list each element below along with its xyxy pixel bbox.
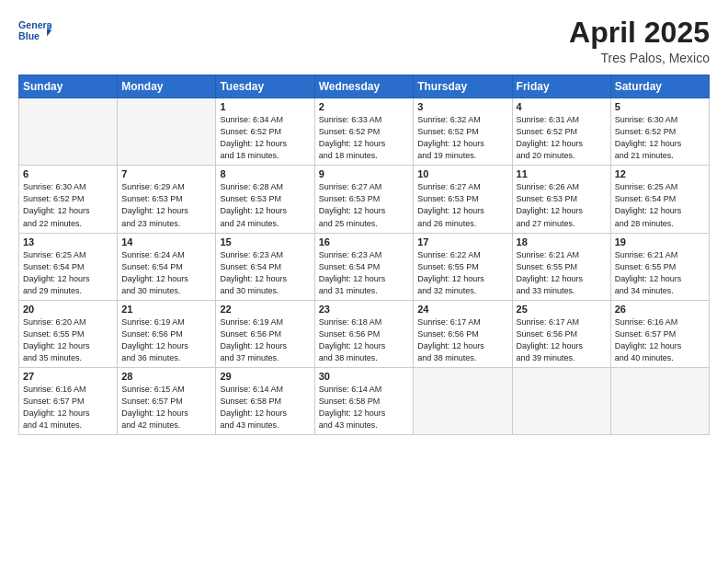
day-info: Sunrise: 6:30 AMSunset: 6:52 PMDaylight:… <box>615 114 705 162</box>
day-number: 9 <box>319 168 410 179</box>
sunset-text: Sunset: 6:54 PM <box>615 193 705 205</box>
sunrise-text: Sunrise: 6:22 AM <box>417 249 507 261</box>
day-number: 6 <box>23 168 113 179</box>
sunrise-text: Sunrise: 6:23 AM <box>220 249 310 261</box>
daylight-text: Daylight: 12 hours <box>220 205 310 217</box>
daylight-text-2: and 30 minutes. <box>121 285 211 297</box>
day-number: 17 <box>417 236 507 247</box>
daylight-text-2: and 40 minutes. <box>615 352 705 364</box>
day-info: Sunrise: 6:25 AMSunset: 6:54 PMDaylight:… <box>23 249 113 297</box>
sunset-text: Sunset: 6:52 PM <box>220 126 310 138</box>
daylight-text-2: and 34 minutes. <box>615 285 705 297</box>
day-number: 24 <box>417 304 507 315</box>
calendar-table: SundayMondayTuesdayWednesdayThursdayFrid… <box>18 75 710 435</box>
week-row-1: 1Sunrise: 6:34 AMSunset: 6:52 PMDaylight… <box>19 98 710 166</box>
daylight-text: Daylight: 12 hours <box>319 273 410 285</box>
title-block: April 2025 Tres Palos, Mexico <box>569 17 710 65</box>
day-number: 23 <box>319 304 410 315</box>
daylight-text-2: and 30 minutes. <box>220 285 310 297</box>
daylight-text-2: and 43 minutes. <box>319 419 410 431</box>
daylight-text: Daylight: 12 hours <box>417 273 507 285</box>
weekday-header-tuesday: Tuesday <box>216 75 314 98</box>
sunset-text: Sunset: 6:55 PM <box>23 328 113 340</box>
sunrise-text: Sunrise: 6:21 AM <box>517 249 607 261</box>
day-cell-23: 23Sunrise: 6:18 AMSunset: 6:56 PMDayligh… <box>314 300 414 367</box>
sunrise-text: Sunrise: 6:30 AM <box>23 181 113 193</box>
daylight-text-2: and 18 minutes. <box>220 150 310 162</box>
day-cell-21: 21Sunrise: 6:19 AMSunset: 6:56 PMDayligh… <box>118 300 216 367</box>
daylight-text-2: and 32 minutes. <box>417 285 507 297</box>
day-cell-29: 29Sunrise: 6:14 AMSunset: 6:58 PMDayligh… <box>216 367 314 434</box>
sunset-text: Sunset: 6:56 PM <box>319 328 410 340</box>
day-cell-15: 15Sunrise: 6:23 AMSunset: 6:54 PMDayligh… <box>216 233 314 300</box>
day-info: Sunrise: 6:30 AMSunset: 6:52 PMDaylight:… <box>23 181 113 229</box>
daylight-text: Daylight: 12 hours <box>319 408 410 419</box>
day-cell-24: 24Sunrise: 6:17 AMSunset: 6:56 PMDayligh… <box>414 300 512 367</box>
daylight-text: Daylight: 12 hours <box>517 340 607 352</box>
daylight-text: Daylight: 12 hours <box>121 408 211 419</box>
day-number: 25 <box>517 304 607 315</box>
calendar-location: Tres Palos, Mexico <box>569 51 710 65</box>
day-cell-30: 30Sunrise: 6:14 AMSunset: 6:58 PMDayligh… <box>314 367 414 434</box>
sunset-text: Sunset: 6:53 PM <box>517 193 607 205</box>
sunset-text: Sunset: 6:58 PM <box>220 396 310 408</box>
day-info: Sunrise: 6:21 AMSunset: 6:55 PMDaylight:… <box>517 249 607 297</box>
weekday-header-thursday: Thursday <box>414 75 512 98</box>
page: General Blue April 2025 Tres Palos, Mexi… <box>0 0 728 563</box>
day-cell-2: 2Sunrise: 6:33 AMSunset: 6:52 PMDaylight… <box>314 98 414 166</box>
day-number: 3 <box>417 101 507 112</box>
day-info: Sunrise: 6:22 AMSunset: 6:55 PMDaylight:… <box>417 249 507 297</box>
sunset-text: Sunset: 6:52 PM <box>417 126 507 138</box>
day-cell-25: 25Sunrise: 6:17 AMSunset: 6:56 PMDayligh… <box>512 300 610 367</box>
sunset-text: Sunset: 6:56 PM <box>220 328 310 340</box>
day-cell-10: 10Sunrise: 6:27 AMSunset: 6:53 PMDayligh… <box>414 166 512 233</box>
daylight-text-2: and 20 minutes. <box>517 150 607 162</box>
day-number: 26 <box>615 304 705 315</box>
day-info: Sunrise: 6:15 AMSunset: 6:57 PMDaylight:… <box>121 384 211 431</box>
sunrise-text: Sunrise: 6:33 AM <box>319 114 410 126</box>
day-cell-26: 26Sunrise: 6:16 AMSunset: 6:57 PMDayligh… <box>610 300 709 367</box>
week-row-5: 27Sunrise: 6:16 AMSunset: 6:57 PMDayligh… <box>19 367 710 434</box>
sunset-text: Sunset: 6:55 PM <box>517 261 607 273</box>
day-info: Sunrise: 6:19 AMSunset: 6:56 PMDaylight:… <box>121 316 211 364</box>
day-number: 1 <box>220 101 310 112</box>
daylight-text-2: and 21 minutes. <box>615 150 705 162</box>
day-number: 11 <box>517 168 607 179</box>
daylight-text: Daylight: 12 hours <box>517 138 607 150</box>
daylight-text: Daylight: 12 hours <box>615 273 705 285</box>
day-cell-7: 7Sunrise: 6:29 AMSunset: 6:53 PMDaylight… <box>118 166 216 233</box>
daylight-text-2: and 42 minutes. <box>121 419 211 431</box>
weekday-header-friday: Friday <box>512 75 610 98</box>
sunrise-text: Sunrise: 6:25 AM <box>23 249 113 261</box>
sunset-text: Sunset: 6:53 PM <box>417 193 507 205</box>
daylight-text-2: and 19 minutes. <box>417 150 507 162</box>
empty-cell <box>19 98 118 166</box>
day-info: Sunrise: 6:27 AMSunset: 6:53 PMDaylight:… <box>319 181 410 229</box>
sunset-text: Sunset: 6:54 PM <box>121 261 211 273</box>
daylight-text: Daylight: 12 hours <box>23 273 113 285</box>
day-info: Sunrise: 6:16 AMSunset: 6:57 PMDaylight:… <box>23 384 113 431</box>
day-cell-27: 27Sunrise: 6:16 AMSunset: 6:57 PMDayligh… <box>19 367 118 434</box>
day-cell-17: 17Sunrise: 6:22 AMSunset: 6:55 PMDayligh… <box>414 233 512 300</box>
day-number: 5 <box>615 101 705 112</box>
logo: General Blue <box>18 17 51 44</box>
daylight-text: Daylight: 12 hours <box>220 408 310 419</box>
day-info: Sunrise: 6:34 AMSunset: 6:52 PMDaylight:… <box>220 114 310 162</box>
sunset-text: Sunset: 6:57 PM <box>121 396 211 408</box>
weekday-header-monday: Monday <box>118 75 216 98</box>
day-info: Sunrise: 6:18 AMSunset: 6:56 PMDaylight:… <box>319 316 410 364</box>
sunrise-text: Sunrise: 6:20 AM <box>23 316 113 328</box>
day-info: Sunrise: 6:19 AMSunset: 6:56 PMDaylight:… <box>220 316 310 364</box>
daylight-text: Daylight: 12 hours <box>23 408 113 419</box>
daylight-text: Daylight: 12 hours <box>220 340 310 352</box>
sunset-text: Sunset: 6:57 PM <box>615 328 705 340</box>
daylight-text: Daylight: 12 hours <box>417 205 507 217</box>
daylight-text-2: and 38 minutes. <box>319 352 410 364</box>
day-info: Sunrise: 6:17 AMSunset: 6:56 PMDaylight:… <box>417 316 507 364</box>
day-info: Sunrise: 6:14 AMSunset: 6:58 PMDaylight:… <box>220 384 310 431</box>
daylight-text: Daylight: 12 hours <box>319 138 410 150</box>
sunset-text: Sunset: 6:54 PM <box>23 261 113 273</box>
weekday-header-wednesday: Wednesday <box>314 75 414 98</box>
sunset-text: Sunset: 6:56 PM <box>121 328 211 340</box>
daylight-text: Daylight: 12 hours <box>615 205 705 217</box>
